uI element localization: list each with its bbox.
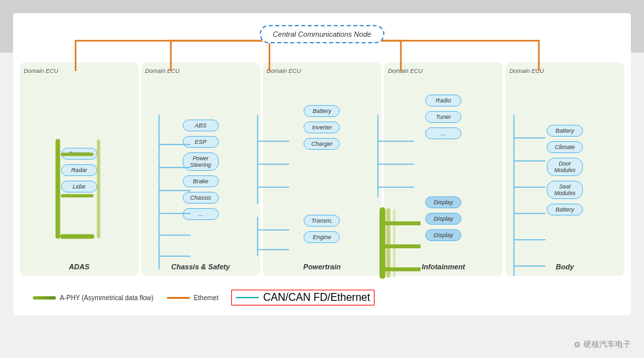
infotainment-node-display1: Display <box>425 196 461 208</box>
adas-node-lidar: Lidar <box>61 181 97 192</box>
body-node-door-modules: DoorModules <box>547 158 583 176</box>
powertrain-nodes-top: Battery Inverter Charger <box>267 77 378 178</box>
legend-can-box: CAN/CAN FD/Ethernet <box>231 290 375 305</box>
infotainment-node-etc: ... <box>425 127 461 139</box>
powertrain-title: Powertrain <box>304 263 341 271</box>
chassis-domain-label: Domain ECU <box>145 68 180 74</box>
infotainment-node-tuner: Tuner <box>425 111 461 123</box>
main-container: Central Communications Node <box>0 0 644 358</box>
chassis-nodes: ABS ESP PowerSteering Brake Chassis ... <box>145 77 256 263</box>
powertrain-node-engine: Engine <box>304 231 340 243</box>
adas-node-radar: Radar <box>61 164 97 176</box>
infotainment-nodes-top: Radio Tuner ... <box>388 77 499 156</box>
domain-column-powertrain: Domain ECU Battery Inverter Charger Tran… <box>263 62 382 276</box>
adas-domain-label: Domain ECU <box>24 68 58 74</box>
powertrain-domain-label: Domain ECU <box>267 68 302 74</box>
central-node-label: Central Communications Node <box>273 30 371 38</box>
legend-area: A-PHY (Asymmetrical data flow) Ethernet … <box>26 285 486 310</box>
body-title: Body <box>556 263 574 271</box>
chassis-node-brake: Brake <box>183 175 219 187</box>
chassis-title: Chassis & Safety <box>172 263 230 271</box>
legend-ethernet: Ethernet <box>167 294 219 302</box>
infotainment-node-display2: Display <box>425 213 461 225</box>
chassis-node-abs: ABS <box>183 120 219 131</box>
chassis-node-esp: ESP <box>183 136 219 148</box>
adas-nodes: Camera Radar Lidar <box>24 77 135 263</box>
legend-can-label: CAN/CAN FD/Ethernet <box>263 292 370 303</box>
chassis-node-etc: ... <box>183 208 219 220</box>
powertrain-node-transm: Transm. <box>304 215 340 227</box>
chassis-node-chassis: Chassis <box>183 192 219 204</box>
watermark: ⚙ 硬核汽车电子 <box>574 339 631 350</box>
legend-aphy-line <box>33 296 56 300</box>
watermark-text: 硬核汽车电子 <box>584 339 631 350</box>
infotainment-domain-label: Domain ECU <box>388 68 423 74</box>
infotainment-node-radio: Radio <box>425 95 461 106</box>
legend-aphy-label: A-PHY (Asymmetrical data flow) <box>60 294 154 302</box>
body-node-seat-modules: SeatModules <box>547 181 583 199</box>
central-node: Central Communications Node <box>260 25 384 43</box>
legend-ethernet-line <box>167 297 190 299</box>
adas-node-camera: Camera <box>61 148 97 160</box>
powertrain-node-charger: Charger <box>304 138 340 150</box>
body-nodes: Battery Climate DoorModules SeatModules … <box>509 77 620 263</box>
body-domain-label: Domain ECU <box>509 68 544 74</box>
legend-aphy: A-PHY (Asymmetrical data flow) <box>33 294 154 302</box>
legend-can-line <box>236 297 259 298</box>
body-node-battery2: Battery <box>547 204 583 215</box>
legend-ethernet-label: Ethernet <box>194 294 219 302</box>
domain-column-adas: Domain ECU Camera Radar Lidar ADAS <box>20 62 139 276</box>
domain-column-infotainment: Domain ECU Radio Tuner ... Display Displ… <box>384 62 503 276</box>
columns-container: Domain ECU Camera Radar Lidar ADAS Domai… <box>20 62 624 276</box>
domain-column-chassis: Domain ECU ABS ESP PowerSteering Brake C… <box>141 62 260 276</box>
chassis-node-power-steering: PowerSteering <box>183 152 219 171</box>
powertrain-node-inverter: Inverter <box>304 122 340 133</box>
infotainment-title: Infotainment <box>422 263 465 271</box>
body-node-climate: Climate <box>547 141 583 153</box>
adas-title: ADAS <box>69 263 89 271</box>
infotainment-nodes-bottom: Display Display Display <box>388 174 499 263</box>
diagram-area: Central Communications Node <box>13 13 631 315</box>
powertrain-nodes-bottom: Transm. Engine <box>267 195 378 263</box>
powertrain-node-battery: Battery <box>304 105 340 117</box>
watermark-icon: ⚙ <box>574 340 581 349</box>
infotainment-node-display3: Display <box>425 229 461 241</box>
body-node-battery1: Battery <box>547 125 583 137</box>
domain-column-body: Domain ECU Battery Climate DoorModules S… <box>505 62 624 276</box>
